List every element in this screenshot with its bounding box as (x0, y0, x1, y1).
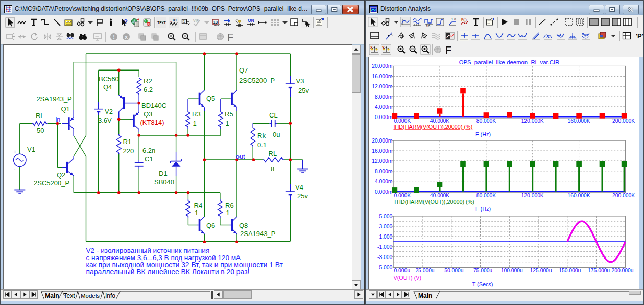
svg-text:V2: V2 (105, 108, 113, 115)
svg-text:out: out (236, 153, 245, 160)
svg-text:13: 13 (213, 20, 218, 25)
svg-text:Text: Text (64, 292, 76, 299)
svg-text:Info: Info (105, 292, 115, 299)
svg-text:-: - (14, 165, 16, 172)
svg-text:Ri: Ri (36, 112, 42, 120)
svg-text:TEXT: TEXT (157, 21, 166, 25)
svg-text:6.2: 6.2 (144, 86, 153, 93)
svg-text:ON: ON (248, 18, 254, 23)
svg-text:V2 - изолированный источник пи: V2 - изолированный источник питания (86, 247, 210, 254)
svg-text:BC560: BC560 (99, 75, 119, 83)
svg-text:R4: R4 (194, 202, 203, 209)
svg-text:1: 1 (226, 209, 230, 217)
svg-text:-1.000: -1.000 (377, 244, 392, 250)
svg-text:R3: R3 (192, 110, 201, 118)
svg-text:BD140C: BD140C (141, 102, 166, 109)
svg-text:IHD(HARM(V(OUT)),20000) (%): IHD(HARM(V(OUT)),20000) (%) (394, 124, 473, 130)
svg-text:2SC5200_P: 2SC5200_P (34, 179, 69, 187)
svg-text:80.000K: 80.000K (476, 193, 496, 198)
svg-text:1: 1 (183, 20, 185, 24)
svg-text:3.000: 3.000 (379, 224, 393, 229)
svg-text:4.000m: 4.000m (375, 104, 392, 110)
svg-text:V1: V1 (27, 146, 35, 153)
svg-text:1.0: 1.0 (451, 18, 456, 21)
svg-text:25.000u: 25.000u (415, 268, 434, 273)
svg-text:8.000m: 8.000m (375, 94, 392, 100)
svg-text:175.000u: 175.000u (588, 268, 610, 273)
svg-text:R6: R6 (225, 202, 234, 209)
svg-text:Models: Models (81, 293, 100, 299)
svg-text:V(OUT) (V): V(OUT) (V) (394, 275, 422, 281)
svg-text:!: ! (145, 19, 147, 24)
svg-text:Q7: Q7 (239, 66, 248, 74)
svg-text:150.000u: 150.000u (559, 268, 581, 273)
svg-text:F (Hz): F (Hz) (475, 206, 491, 212)
svg-text:100.000u: 100.000u (501, 268, 523, 273)
svg-text:Q1: Q1 (61, 105, 70, 113)
svg-text:200.000u: 200.000u (612, 268, 634, 273)
svg-text:0.1: 0.1 (257, 141, 267, 149)
svg-text:RL: RL (269, 150, 277, 157)
svg-text:Q3: Q3 (144, 110, 152, 118)
svg-text:-3.000: -3.000 (377, 254, 392, 260)
svg-text:0.000u: 0.000u (394, 268, 411, 273)
svg-text:1: 1 (195, 209, 198, 217)
svg-text:HD: HD (426, 25, 431, 27)
svg-text:20.000m: 20.000m (372, 138, 392, 144)
svg-text:0.000K: 0.000K (394, 193, 411, 198)
svg-text:Main: Main (45, 292, 59, 299)
svg-text:50: 50 (37, 127, 44, 134)
svg-text:T (Secs): T (Secs) (472, 281, 493, 287)
svg-text:'P': 'P' (636, 32, 643, 40)
svg-text:12.000m: 12.000m (372, 84, 392, 89)
svg-text:+: + (14, 149, 17, 155)
svg-text:R1: R1 (173, 18, 177, 22)
svg-text:Q4: Q4 (103, 83, 112, 91)
svg-text:2SC5200_P: 2SC5200_P (239, 77, 275, 84)
svg-text:5.000: 5.000 (379, 214, 393, 219)
svg-text:1: 1 (226, 120, 229, 127)
svg-text:160.000K: 160.000K (568, 118, 590, 124)
svg-text:R2: R2 (144, 77, 152, 85)
svg-text:120.000K: 120.000K (521, 193, 544, 198)
svg-text:16.000m: 16.000m (372, 74, 392, 79)
svg-text:1: 1 (193, 120, 197, 127)
svg-text:F: F (445, 44, 451, 55)
svg-text:120.000K: 120.000K (521, 118, 544, 124)
svg-text:12.000m: 12.000m (372, 158, 392, 164)
svg-text:SB040: SB040 (154, 178, 174, 186)
svg-text:4.000m: 4.000m (375, 179, 392, 184)
svg-text:CL: CL (269, 111, 278, 119)
svg-text:220: 220 (123, 147, 134, 155)
svg-text:80.000K: 80.000K (476, 118, 496, 124)
svg-text:6.2n: 6.2n (142, 147, 155, 154)
svg-text:0.000K: 0.000K (394, 118, 411, 124)
svg-text:C1: C1 (145, 155, 153, 163)
svg-text:V3: V3 (296, 77, 304, 85)
svg-text:Rk: Rk (257, 132, 266, 139)
svg-text:50.000u: 50.000u (444, 268, 463, 273)
svg-text:40.000K: 40.000K (430, 118, 449, 124)
svg-text:2SA1943_P: 2SA1943_P (36, 95, 71, 103)
svg-text:THD(HARM(V(OUT)),20000) (%): THD(HARM(V(OUT)),20000) (%) (394, 199, 474, 205)
svg-text:8.000m: 8.000m (375, 169, 392, 174)
svg-text:75.000u: 75.000u (473, 268, 492, 273)
svg-text:V4: V4 (295, 183, 303, 191)
svg-text:!: ! (113, 34, 115, 40)
svg-text:160.000K: 160.000K (568, 193, 590, 198)
svg-text:0u: 0u (273, 131, 280, 138)
svg-text:Q5: Q5 (206, 95, 215, 102)
svg-text:0.000m: 0.000m (375, 114, 392, 120)
svg-text:in: in (56, 116, 61, 123)
svg-text:Q2: Q2 (57, 171, 65, 179)
svg-text:параллельный ВК линейнее ВК Ло: параллельный ВК линейнее ВК Локанти в 20… (86, 268, 250, 276)
svg-text:200.000K: 200.000K (612, 193, 635, 198)
svg-text:125.000u: 125.000u (530, 268, 552, 273)
svg-text:3.6V: 3.6V (98, 116, 112, 124)
svg-text:(KT814): (KT814) (140, 119, 164, 126)
svg-text:20.000m: 20.000m (372, 63, 392, 69)
svg-text:0.000m: 0.000m (375, 189, 392, 195)
svg-text:OPS_parallel_like-deemon_RL-va: OPS_parallel_like-deemon_RL-var.CIR (459, 59, 560, 65)
svg-text:-5.000: -5.000 (377, 265, 392, 270)
svg-text:F(.): F(.) (461, 18, 467, 22)
